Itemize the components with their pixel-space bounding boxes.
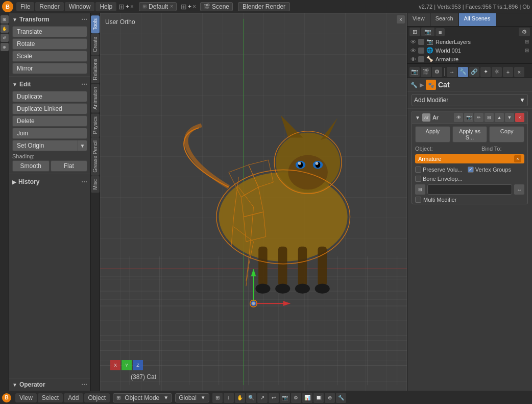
browser-toolbar-btn-3[interactable]: ≡: [436, 28, 445, 36]
prop-icon-physics[interactable]: ⚛: [492, 67, 502, 77]
vertex-groups-checkbox[interactable]: Vertex Groups: [468, 167, 511, 173]
set-origin-dropdown[interactable]: ▼: [78, 140, 87, 151]
tab-grease-pencil[interactable]: Grease Pencil: [91, 137, 100, 176]
tab-animation[interactable]: Animation: [91, 84, 100, 112]
rotate-button[interactable]: Rotate: [12, 38, 87, 50]
world-item[interactable]: 👁 🌐 World 001 ⊞: [407, 46, 532, 55]
toolbar-icon-4[interactable]: ⊕: [1, 43, 9, 51]
bottom-icon-9[interactable]: 📊: [302, 393, 312, 403]
bottom-add-button[interactable]: Add: [64, 393, 83, 402]
duplicate-linked-button[interactable]: Duplicate Linked: [12, 103, 87, 114]
modifier-expand-icon[interactable]: ⊞: [485, 113, 494, 122]
modifier-close-icon[interactable]: ×: [515, 113, 524, 122]
bone-envelopes-checkbox-box[interactable]: [415, 176, 421, 182]
orientation-indicator: X Y Z: [110, 360, 143, 370]
modifier-render-icon[interactable]: 📷: [464, 113, 473, 122]
bottom-icon-1[interactable]: ⊞: [212, 393, 223, 403]
preserve-volume-checkbox-box[interactable]: [415, 167, 421, 173]
tab-create[interactable]: Create: [91, 34, 100, 55]
smooth-button[interactable]: Smooth: [12, 160, 50, 172]
bottom-icon-7[interactable]: 📷: [280, 393, 290, 403]
bottom-object-button[interactable]: Object: [84, 393, 110, 402]
menu-window[interactable]: Window: [65, 2, 95, 11]
browser-filter-btn[interactable]: ⚙: [519, 28, 530, 36]
multi-modifier-checkbox-box[interactable]: [415, 197, 421, 203]
bottom-view-button[interactable]: View: [15, 393, 37, 402]
prop-icon-constraints[interactable]: 🔗: [469, 67, 479, 77]
all-scenes-tab[interactable]: All Scenes: [459, 13, 496, 26]
menu-file[interactable]: File: [16, 2, 34, 11]
bottom-icon-6[interactable]: ↩: [269, 393, 279, 403]
armature-remove-icon[interactable]: ×: [514, 155, 521, 162]
transform-section-header[interactable]: ▼ Transform ···: [9, 13, 90, 26]
browser-toolbar-btn-1[interactable]: ⊞: [409, 28, 420, 36]
tab-physics[interactable]: Physics: [91, 113, 100, 137]
tab-relations[interactable]: Relations: [91, 56, 100, 83]
menu-render[interactable]: Render: [35, 2, 63, 11]
prop-icon-plus[interactable]: +: [503, 67, 513, 77]
prop-icon-close[interactable]: ×: [514, 67, 524, 77]
scale-button[interactable]: Scale: [12, 51, 87, 62]
operator-arrow-icon: ▼: [12, 382, 17, 388]
vertex-groups-checkbox-box[interactable]: [468, 167, 474, 173]
copy-button[interactable]: Copy: [489, 126, 524, 142]
bottom-icon-8[interactable]: ⚙: [291, 393, 301, 403]
duplicate-button[interactable]: Duplicate: [12, 91, 87, 102]
join-button[interactable]: Join: [12, 128, 87, 139]
modifier-text-input[interactable]: [427, 184, 512, 195]
tab-misc[interactable]: Misc: [91, 176, 100, 193]
toolbar-icon-2[interactable]: ✋: [1, 25, 9, 33]
tab-tools[interactable]: Tools: [91, 15, 100, 33]
delete-button[interactable]: Delete: [12, 115, 87, 127]
prop-icon-camera[interactable]: 📷: [409, 67, 420, 77]
bottom-select-button[interactable]: Select: [38, 393, 63, 402]
modifier-grid-icon[interactable]: ⊞: [415, 184, 425, 195]
global-dropdown[interactable]: Global ▼: [175, 393, 209, 402]
bottom-icon-10[interactable]: 🔲: [313, 393, 324, 403]
prop-icon-render[interactable]: 🎬: [421, 67, 431, 77]
bone-envelopes-checkbox[interactable]: Bone Envelop...: [415, 176, 463, 182]
viewport[interactable]: × User Ortho: [100, 13, 407, 391]
workspace-selector[interactable]: ⊞ Default ×: [139, 2, 177, 11]
prop-icon-settings[interactable]: ⚙: [432, 67, 442, 77]
history-section-header[interactable]: ▶ History ···: [9, 176, 90, 188]
apply-button[interactable]: Apply: [415, 126, 450, 142]
browser-toolbar-btn-2[interactable]: 📷: [421, 28, 434, 36]
mirror-button[interactable]: Mirror: [12, 63, 87, 74]
modifier-expand-arrow-icon[interactable]: ▼: [415, 115, 420, 121]
edit-section-header[interactable]: ▼ Edit ···: [9, 78, 90, 90]
mode-dropdown[interactable]: ⊞ Object Mode ▼: [113, 393, 172, 402]
modifier-down-icon[interactable]: ▼: [505, 113, 514, 122]
flat-button[interactable]: Flat: [51, 160, 88, 172]
search-tab[interactable]: Search: [430, 13, 459, 26]
bottom-icon-12[interactable]: 🔧: [336, 393, 346, 403]
armature-item[interactable]: 👁 🦴 Armature: [407, 55, 532, 63]
bottom-icon-11[interactable]: ⊕: [325, 393, 335, 403]
scene-selector[interactable]: 🎬 Scene: [200, 2, 233, 11]
armature-value[interactable]: Armature ×: [415, 154, 524, 163]
modifier-edit-icon[interactable]: ✏: [474, 113, 483, 122]
view-tab[interactable]: View: [407, 13, 430, 26]
bottom-icon-5[interactable]: ↗: [257, 393, 268, 403]
operator-header[interactable]: ▼ Operator ···: [12, 381, 87, 389]
prop-icon-particles[interactable]: ✦: [480, 67, 491, 77]
prop-icon-modifier[interactable]: 🔧: [458, 67, 468, 77]
modifier-input-icon[interactable]: ↔: [514, 184, 524, 195]
render-layers-item[interactable]: 👁 📷 RenderLayers ⊞: [407, 37, 532, 46]
modifier-eye-icon[interactable]: 👁: [454, 113, 463, 122]
mode-selector: ⊞ Object Mode ▼: [113, 393, 172, 402]
preserve-volume-checkbox[interactable]: Preserve Volu...: [415, 167, 463, 173]
toolbar-icon-3[interactable]: ↺: [1, 34, 9, 42]
bottom-icon-4[interactable]: 🔍: [246, 393, 256, 403]
set-origin-button[interactable]: Set Origin: [12, 140, 78, 151]
menu-help[interactable]: Help: [95, 2, 116, 11]
add-modifier-button[interactable]: Add Modifier ▼: [412, 94, 528, 106]
apply-as-button[interactable]: Apply as S...: [452, 126, 488, 142]
bottom-icon-3[interactable]: ✋: [235, 393, 245, 403]
prop-icon-arrow[interactable]: →: [447, 67, 457, 77]
toolbar-icon-1[interactable]: ⊞: [1, 15, 9, 23]
modifier-up-icon[interactable]: ▲: [495, 113, 504, 122]
translate-button[interactable]: Translate: [12, 26, 87, 37]
render-engine-selector[interactable]: Blender Render: [238, 2, 290, 11]
bottom-icon-2[interactable]: ↕: [224, 393, 234, 403]
